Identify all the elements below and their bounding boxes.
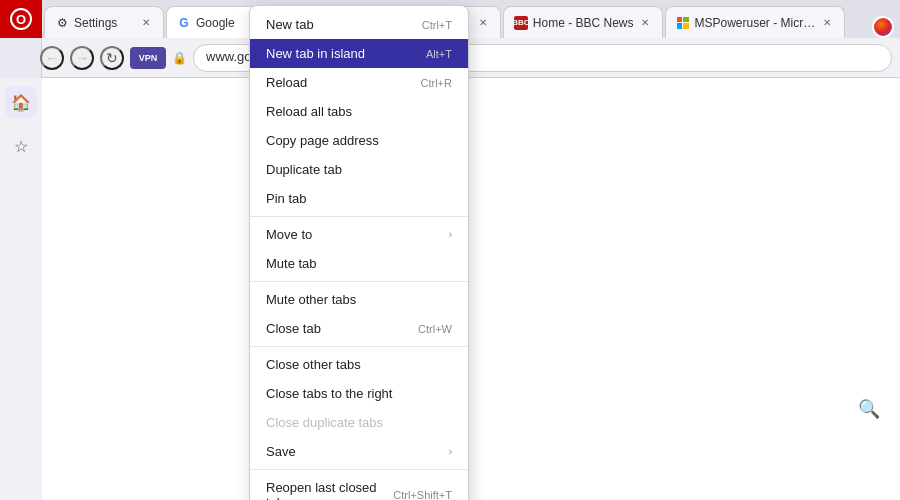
menu-item-move-to[interactable]: Move to› [250,220,468,249]
menu-item-pin[interactable]: Pin tab [250,184,468,213]
menu-item-new-tab[interactable]: New tabCtrl+T [250,10,468,39]
menu-arrow-move-to: › [449,229,452,240]
menu-item-close-duplicate: Close duplicate tabs [250,408,468,437]
tab-close-ms[interactable]: ✕ [820,16,834,30]
tab-title-bbc: Home - BBC News [533,16,634,30]
profile-avatar[interactable] [872,16,894,38]
menu-label-reopen-last: Reopen last closed tab [266,480,393,500]
menu-label-move-to: Move to [266,227,312,242]
sidebar-star-icon[interactable]: ☆ [5,130,37,162]
tab-favicon-bbc: BBC [514,16,528,30]
menu-label-new-tab: New tab [266,17,314,32]
menu-label-new-tab-island: New tab in island [266,46,365,61]
menu-arrow-save: › [449,446,452,457]
menu-label-close-right: Close tabs to the right [266,386,392,401]
vpn-button[interactable]: VPN [130,47,166,69]
opera-logo: O [10,8,32,30]
tab-title-ms: MSPoweruser - Microsof [695,16,816,30]
menu-label-duplicate: Duplicate tab [266,162,342,177]
menu-item-save[interactable]: Save› [250,437,468,466]
menu-shortcut-new-tab-island: Alt+T [426,48,452,60]
menu-shortcut-new-tab: Ctrl+T [422,19,452,31]
menu-label-reload: Reload [266,75,307,90]
lock-icon: 🔒 [172,51,187,65]
menu-separator-after-pin [250,216,468,217]
menu-label-mute: Mute tab [266,256,317,271]
tab-favicon-ms [676,16,690,30]
left-sidebar: 🏠 ☆ [0,78,42,162]
opera-sidebar[interactable]: O [0,0,42,38]
tab-close-bbc[interactable]: ✕ [638,16,652,30]
profile-area[interactable] [872,16,900,38]
tab-close-settings1[interactable]: ✕ [139,16,153,30]
menu-separator-after-close-tab [250,346,468,347]
context-menu: New tabCtrl+TNew tab in islandAlt+TReloa… [249,5,469,500]
sidebar-spacer [0,38,42,78]
tab-bbc[interactable]: BBC Home - BBC News ✕ [503,6,663,38]
menu-label-mute-others: Mute other tabs [266,292,356,307]
menu-item-duplicate[interactable]: Duplicate tab [250,155,468,184]
menu-item-close-others[interactable]: Close other tabs [250,350,468,379]
menu-separator-after-save [250,469,468,470]
menu-item-reopen-last[interactable]: Reopen last closed tabCtrl+Shift+T [250,473,468,500]
menu-label-reload-all: Reload all tabs [266,104,352,119]
tab-settings1[interactable]: ⚙ Settings ✕ [44,6,164,38]
search-icon[interactable]: 🔍 [858,398,880,420]
menu-item-new-tab-island[interactable]: New tab in islandAlt+T [250,39,468,68]
menu-shortcut-reopen-last: Ctrl+Shift+T [393,489,452,500]
menu-label-copy-address: Copy page address [266,133,379,148]
tab-title-google: Google [196,16,257,30]
menu-label-close-duplicate: Close duplicate tabs [266,415,383,430]
menu-item-reload[interactable]: ReloadCtrl+R [250,68,468,97]
menu-label-save: Save [266,444,296,459]
tab-favicon-google: G [177,16,191,30]
tabs-row: ⚙ Settings ✕ G Google ✕ ●●● Speed Dial ⚙… [42,6,900,38]
back-button[interactable]: ← [40,46,64,70]
menu-label-close-tab: Close tab [266,321,321,336]
menu-separator-after-mute [250,281,468,282]
forward-button[interactable]: → [70,46,94,70]
menu-item-reload-all[interactable]: Reload all tabs [250,97,468,126]
tab-favicon-settings1: ⚙ [55,16,69,30]
main-content: 🔍 [42,78,900,500]
menu-item-mute-others[interactable]: Mute other tabs [250,285,468,314]
tab-title-settings1: Settings [74,16,135,30]
menu-item-mute[interactable]: Mute tab [250,249,468,278]
menu-item-copy-address[interactable]: Copy page address [250,126,468,155]
vpn-label: VPN [139,53,158,63]
menu-item-close-right[interactable]: Close tabs to the right [250,379,468,408]
tab-ms[interactable]: MSPoweruser - Microsof ✕ [665,6,845,38]
menu-shortcut-reload: Ctrl+R [421,77,452,89]
tab-close-settings2[interactable]: ✕ [476,16,490,30]
menu-item-close-tab[interactable]: Close tabCtrl+W [250,314,468,343]
opera-letter: O [16,12,26,27]
reload-button[interactable]: ↻ [100,46,124,70]
menu-shortcut-close-tab: Ctrl+W [418,323,452,335]
menu-label-pin: Pin tab [266,191,306,206]
sidebar-home-icon[interactable]: 🏠 [5,86,37,118]
menu-label-close-others: Close other tabs [266,357,361,372]
